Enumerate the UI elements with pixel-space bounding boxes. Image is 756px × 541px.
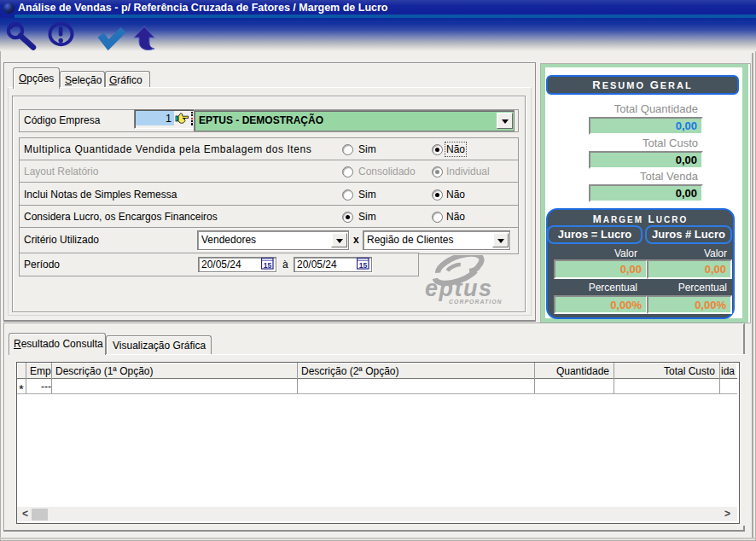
svg-text:CORPORATION: CORPORATION	[449, 299, 503, 305]
svg-text:eptus: eptus	[425, 276, 491, 301]
svg-text:15: 15	[264, 261, 272, 270]
svg-text:15: 15	[359, 261, 368, 270]
